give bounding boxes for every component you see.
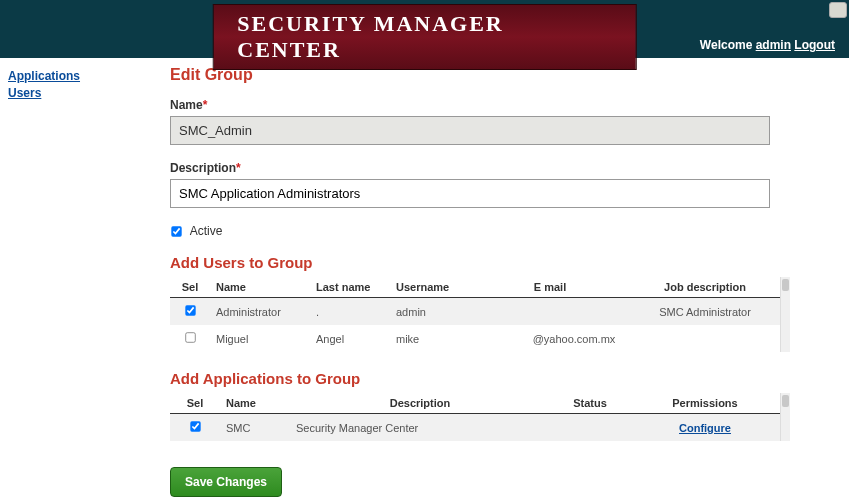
col-user: Username [390,277,470,298]
users-table-wrap: Sel Name Last name Username E mail Job d… [170,277,780,352]
app-banner: SECURITY MANAGER CENTER Welcome admin Lo… [0,0,849,58]
cell-desc: Security Manager Center [290,414,550,442]
save-button[interactable]: Save Changes [170,467,282,497]
sidebar: Applications Users [0,58,160,504]
row-checkbox[interactable] [185,306,195,316]
users-table: Sel Name Last name Username E mail Job d… [170,277,780,352]
name-field: Name* [170,98,819,145]
description-field: Description* [170,161,819,208]
apps-table: Sel Name Description Status Permissions … [170,393,780,441]
active-checkbox[interactable] [171,227,181,237]
description-label: Description* [170,161,819,175]
col-name: Name [220,393,290,414]
cell-user: admin [390,298,470,326]
col-perms: Permissions [630,393,780,414]
main-content: Edit Group Name* Description* Active Add… [160,58,849,504]
cell-last: Angel [310,325,390,352]
cell-name: Miguel [210,325,310,352]
banner-title-wrap: SECURITY MANAGER CENTER [212,4,637,70]
table-row: SMC Security Manager Center Configure [170,414,780,442]
cell-status [550,414,630,442]
table-row: Administrator . admin SMC Administrator [170,298,780,326]
configure-link[interactable]: Configure [679,422,731,434]
cell-email: @yahoo.com.mx [470,325,630,352]
cell-name: Administrator [210,298,310,326]
col-sel: Sel [170,277,210,298]
active-row: Active [170,224,819,238]
logout-link[interactable]: Logout [794,38,835,52]
cell-perms: Configure [630,414,780,442]
col-job: Job description [630,277,780,298]
row-checkbox[interactable] [185,333,195,343]
col-email: E mail [470,277,630,298]
users-section-title: Add Users to Group [170,254,819,271]
col-desc: Description [290,393,550,414]
sidebar-item-users[interactable]: Users [8,85,152,102]
app-title: SECURITY MANAGER CENTER [237,11,503,62]
welcome-text: Welcome [700,38,756,52]
cell-name: SMC [220,414,290,442]
cell-job [630,325,780,352]
description-input[interactable] [170,179,770,208]
col-sel: Sel [170,393,220,414]
apps-section-title: Add Applications to Group [170,370,819,387]
active-label: Active [190,224,223,238]
cell-last: . [310,298,390,326]
col-last: Last name [310,277,390,298]
corner-tab-icon[interactable] [829,2,847,18]
row-checkbox[interactable] [190,422,200,432]
col-status: Status [550,393,630,414]
scrollbar[interactable] [780,393,790,441]
sidebar-item-applications[interactable]: Applications [8,68,152,85]
cell-user: mike [390,325,470,352]
scrollbar[interactable] [780,277,790,352]
cell-job: SMC Administrator [630,298,780,326]
user-link[interactable]: admin [756,38,791,52]
banner-user-area: Welcome admin Logout [700,38,835,52]
table-row: Miguel Angel mike @yahoo.com.mx [170,325,780,352]
apps-table-wrap: Sel Name Description Status Permissions … [170,393,780,441]
name-label: Name* [170,98,819,112]
name-input[interactable] [170,116,770,145]
col-name: Name [210,277,310,298]
cell-email [470,298,630,326]
